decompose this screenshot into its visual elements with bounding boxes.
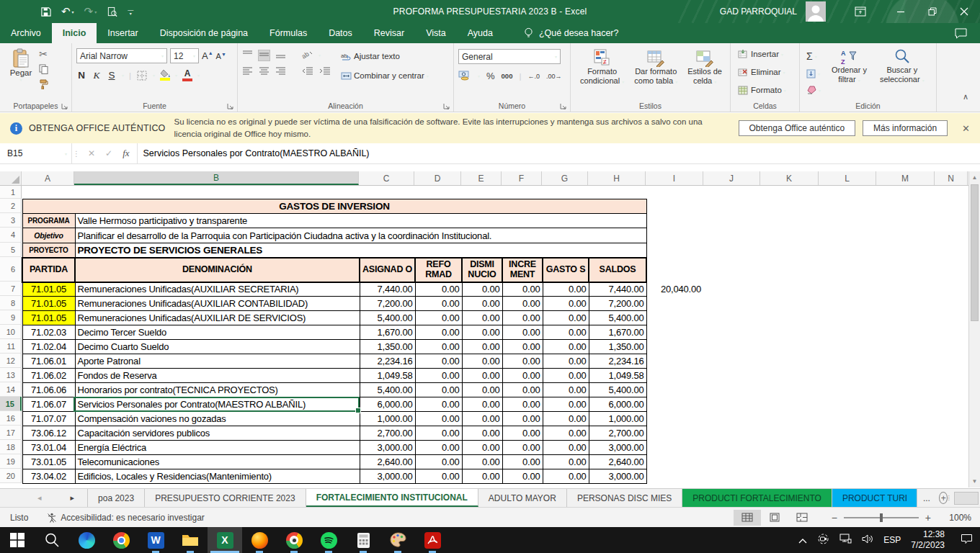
cell-amount-disminucion[interactable]: 0.00 bbox=[462, 383, 502, 397]
header-saldos[interactable]: SALDOS bbox=[589, 258, 646, 282]
row-header-1[interactable]: 1 bbox=[0, 186, 22, 199]
meta-value-cell[interactable]: Planificar el desarrollo de la Parroquia… bbox=[75, 228, 646, 243]
cell-amount-incremento[interactable]: 0.00 bbox=[502, 426, 543, 441]
cell-partida[interactable]: 71.02.04 bbox=[22, 340, 75, 354]
scroll-up-icon[interactable]: ▲ bbox=[969, 171, 980, 184]
horizontal-scrollbar-thumb[interactable] bbox=[954, 492, 979, 505]
cell-denominacion[interactable]: Remuneraciones Unificadas(AUXILIAR CONTA… bbox=[75, 297, 360, 311]
sheet-nav-next-icon[interactable]: ▸ bbox=[71, 493, 75, 503]
sheet-tabs-overflow[interactable]: ... bbox=[917, 489, 936, 507]
cell-amount-saldos[interactable]: 7,200.00 bbox=[589, 297, 646, 311]
cell-partida[interactable]: 73.06.12 bbox=[22, 426, 75, 441]
cell-amount-asignado[interactable]: 2,234.16 bbox=[360, 354, 415, 369]
zoom-in-icon[interactable]: + bbox=[925, 512, 931, 523]
taskbar-search-button[interactable] bbox=[35, 527, 69, 553]
tab-splitter[interactable]: ⁞ bbox=[948, 495, 950, 502]
column-header-f[interactable]: F bbox=[502, 171, 542, 185]
cell-amount-disminucion[interactable]: 0.00 bbox=[462, 311, 502, 325]
cell-amount-disminucion[interactable]: 0.00 bbox=[462, 325, 502, 340]
cell-amount-disminucion[interactable]: 0.00 bbox=[462, 369, 502, 383]
borders-icon[interactable] bbox=[136, 70, 148, 81]
taskbar-excel-icon[interactable]: X bbox=[208, 527, 242, 553]
table-title-cell[interactable]: GASTOS DE INVERSION bbox=[22, 199, 646, 214]
cell-denominacion[interactable]: Servicios Personales por Contrato(MAESTR… bbox=[75, 397, 360, 412]
sheet-tab-producti-fortalecimiento[interactable]: PRODUCTI FORTALECIMIENTO bbox=[682, 489, 832, 507]
cell-amount-reformado[interactable]: 0.00 bbox=[415, 325, 462, 340]
normal-view-icon[interactable] bbox=[734, 510, 761, 526]
get-office-button[interactable]: Obtenga Office auténtico bbox=[739, 120, 856, 136]
orientation-icon[interactable]: ab bbox=[302, 50, 313, 60]
meta-label-cell[interactable]: PROGRAMA bbox=[22, 214, 75, 228]
sheet-tab-personas-disc-mies[interactable]: PERSONAS DISC MIES bbox=[567, 489, 682, 507]
cell-amount-disminucion[interactable]: 0.00 bbox=[462, 412, 502, 426]
cell-amount-gastos[interactable]: 0.00 bbox=[543, 369, 589, 383]
cell-amount-incremento[interactable]: 0.00 bbox=[502, 455, 543, 469]
meta-value-cell[interactable]: PROYECTO DE SERVICIOS GENERALES bbox=[75, 243, 646, 258]
cell-amount-asignado[interactable]: 1,670.00 bbox=[360, 325, 415, 340]
sheet-tab-adulto-mayor[interactable]: ADULTO MAYOR bbox=[478, 489, 567, 507]
cell-amount-incremento[interactable]: 0.00 bbox=[502, 369, 543, 383]
cell-partida[interactable]: 71.06.07 bbox=[22, 397, 75, 412]
cell-denominacion[interactable]: Remuneraciones Unificadas(AUXILIAR DE SE… bbox=[75, 311, 360, 325]
row-header-17[interactable]: 17 bbox=[0, 426, 22, 440]
menu-tab-ayuda[interactable]: Ayuda bbox=[457, 23, 504, 43]
cell-denominacion[interactable]: Aporte Patronal bbox=[75, 354, 360, 369]
column-header-c[interactable]: C bbox=[359, 171, 414, 185]
cell-amount-asignado[interactable]: 5,400.00 bbox=[360, 383, 415, 397]
cell-amount-gastos[interactable]: 0.00 bbox=[543, 340, 589, 354]
cell-denominacion[interactable]: Capacitación servidores publicos bbox=[75, 426, 360, 441]
increase-indent-icon[interactable] bbox=[319, 67, 331, 77]
action-center-icon[interactable] bbox=[961, 534, 973, 547]
cell-amount-reformado[interactable]: 0.00 bbox=[415, 297, 462, 311]
clipboard-dialog-launcher[interactable] bbox=[61, 102, 68, 109]
menu-tab-datos[interactable]: Datos bbox=[318, 23, 363, 43]
cell-amount-asignado[interactable]: 1,000.00 bbox=[360, 412, 415, 426]
merge-center-button[interactable]: Combinar y centrar▾ bbox=[338, 68, 431, 83]
row-header-18[interactable]: 18 bbox=[0, 440, 22, 454]
cell-denominacion[interactable]: Honorarios por contrato(TECNICA PROYECTO… bbox=[75, 383, 360, 397]
vertical-scrollbar[interactable]: ▲ ▼ bbox=[968, 171, 980, 487]
cell-amount-gastos[interactable]: 0.00 bbox=[543, 426, 589, 441]
sheet-tab-presupuesto-corriente-2023[interactable]: PRESUPUESTO CORRIENTE 2023 bbox=[145, 489, 306, 507]
cell-partida[interactable]: 71.06.01 bbox=[22, 354, 75, 369]
format-as-table-button[interactable]: Dar formatocomo tabla ▾ bbox=[630, 46, 682, 99]
save-icon[interactable] bbox=[40, 6, 51, 17]
sheet-nav-prev-icon[interactable]: ◂ bbox=[37, 493, 42, 503]
cell-partida[interactable]: 71.01.05 bbox=[22, 282, 75, 297]
avatar[interactable] bbox=[806, 1, 826, 22]
column-header-d[interactable]: D bbox=[414, 171, 461, 185]
cell-amount-reformado[interactable]: 0.00 bbox=[415, 311, 462, 325]
cell-amount-gastos[interactable]: 0.00 bbox=[543, 455, 589, 469]
clear-icon[interactable]: ▾ bbox=[804, 84, 823, 96]
row-header-16[interactable]: 16 bbox=[0, 411, 22, 426]
column-header-k[interactable]: K bbox=[760, 171, 819, 185]
cell-amount-disminucion[interactable]: 0.00 bbox=[462, 354, 502, 369]
font-dialog-launcher[interactable] bbox=[227, 102, 234, 109]
meta-label-cell[interactable]: PROYECTO bbox=[22, 243, 75, 258]
conditional-formatting-button[interactable]: ≠ Formatocondicional ▾ bbox=[576, 46, 628, 99]
align-bottom-icon[interactable] bbox=[275, 50, 286, 60]
menu-tab-f-rmulas[interactable]: Fórmulas bbox=[259, 23, 318, 43]
align-middle-icon[interactable] bbox=[259, 50, 270, 60]
volume-icon[interactable] bbox=[862, 534, 873, 547]
row-header-4[interactable]: 4 bbox=[0, 228, 22, 243]
align-left-icon[interactable] bbox=[242, 67, 253, 77]
menu-tab-insertar[interactable]: Insertar bbox=[97, 23, 148, 43]
cell-amount-saldos[interactable]: 1,049.58 bbox=[589, 369, 646, 383]
cell-denominacion[interactable]: Fondos de Reserva bbox=[75, 369, 360, 383]
tell-me-search[interactable]: ¿Qué desea hacer? bbox=[524, 23, 619, 43]
bold-button[interactable]: N bbox=[76, 70, 86, 81]
delete-cells-button[interactable]: Eliminar▾ bbox=[735, 65, 796, 79]
cell-amount-incremento[interactable]: 0.00 bbox=[502, 297, 543, 311]
row-header-9[interactable]: 9 bbox=[0, 310, 22, 325]
cell-amount-incremento[interactable]: 0.00 bbox=[502, 325, 543, 340]
cell-amount-saldos[interactable]: 1,000.00 bbox=[589, 412, 646, 426]
decrease-font-icon[interactable]: A▼ bbox=[216, 52, 226, 60]
row-header-2[interactable]: 2 bbox=[0, 199, 22, 213]
align-top-icon[interactable] bbox=[242, 50, 253, 60]
cell-amount-incremento[interactable]: 0.00 bbox=[502, 383, 543, 397]
cell-amount-disminucion[interactable]: 0.00 bbox=[462, 297, 502, 311]
copy-icon[interactable] bbox=[37, 63, 49, 75]
comments-icon[interactable] bbox=[955, 23, 967, 43]
insert-cells-button[interactable]: Insertar▾ bbox=[735, 47, 796, 61]
